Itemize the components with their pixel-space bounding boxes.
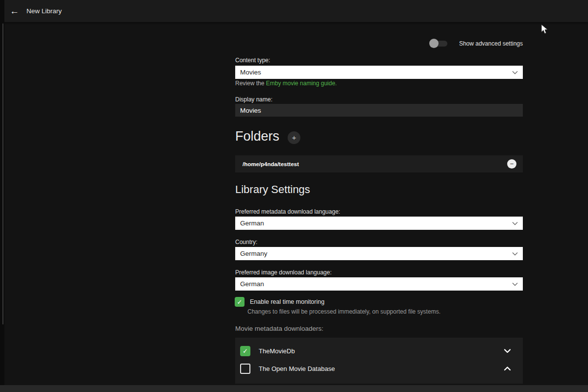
- advanced-settings-toggle[interactable]: [429, 39, 449, 48]
- header-bar: ← New Library: [0, 0, 588, 22]
- chevron-down-icon: [512, 252, 518, 256]
- realtime-monitoring-label: Enable real time monitoring: [250, 298, 324, 305]
- checkbox-checked-icon[interactable]: ✓: [240, 346, 250, 356]
- realtime-monitoring-description: Changes to files will be processed immed…: [247, 308, 441, 315]
- naming-guide-helper: Review the Emby movie naming guide.: [235, 80, 337, 87]
- chevron-down-icon[interactable]: [504, 349, 511, 353]
- page-title: New Library: [26, 7, 62, 15]
- new-library-page: ← New Library Show advanced settings Con…: [0, 0, 588, 392]
- folders-heading: Folders: [235, 129, 279, 144]
- metadata-downloaders-label: Movie metadata downloaders:: [235, 325, 323, 332]
- checkbox-unchecked-icon[interactable]: [240, 364, 250, 374]
- realtime-monitoring-checkbox-row[interactable]: ✓ Enable real time monitoring: [235, 297, 324, 307]
- content-type-label: Content type:: [235, 57, 270, 64]
- add-folder-button[interactable]: +: [288, 131, 300, 144]
- back-arrow-icon[interactable]: ←: [10, 6, 19, 16]
- metadata-language-value: German: [240, 220, 264, 227]
- image-language-select[interactable]: German: [235, 277, 523, 291]
- metadata-language-label: Preferred metadata download language:: [235, 208, 340, 215]
- chevron-down-icon: [512, 71, 518, 74]
- advanced-settings-label: Show advanced settings: [459, 40, 523, 47]
- folders-heading-row: Folders +: [235, 129, 300, 144]
- country-value: Germany: [240, 250, 268, 257]
- advanced-settings-row: Show advanced settings: [235, 39, 523, 48]
- country-label: Country:: [235, 239, 257, 245]
- content-type-select[interactable]: Movies: [235, 66, 523, 79]
- chevron-down-icon: [512, 221, 518, 225]
- toggle-knob: [429, 39, 439, 48]
- chevron-down-icon: [512, 282, 518, 286]
- downloader-row-omdb[interactable]: The Open Movie Database: [235, 360, 523, 377]
- image-language-label: Preferred image download language:: [235, 269, 332, 276]
- image-language-value: German: [240, 280, 264, 288]
- display-name-label: Display name:: [235, 96, 272, 103]
- folder-row: /home/p4nda/testtest −: [235, 155, 523, 172]
- downloader-name: TheMovieDb: [259, 347, 295, 355]
- downloader-row-themoviedb[interactable]: ✓ TheMovieDb: [235, 342, 523, 360]
- country-select[interactable]: Germany: [235, 247, 523, 260]
- window-edge: [0, 0, 4, 392]
- helper-prefix: Review the: [235, 80, 266, 87]
- display-name-input[interactable]: [235, 104, 523, 117]
- mouse-cursor: [541, 24, 549, 37]
- metadata-downloaders-panel: ✓ TheMovieDb The Open Movie Database: [235, 338, 523, 384]
- library-settings-heading: Library Settings: [235, 183, 310, 196]
- folder-path: /home/p4nda/testtest: [243, 161, 299, 167]
- downloader-name: The Open Movie Database: [259, 365, 335, 372]
- remove-folder-button[interactable]: −: [507, 159, 516, 169]
- metadata-language-select[interactable]: German: [235, 217, 523, 230]
- checkbox-checked-icon[interactable]: ✓: [235, 297, 245, 307]
- bottom-bar: [0, 385, 588, 392]
- scrollbar-thumb[interactable]: [2, 24, 3, 324]
- content-type-value: Movies: [240, 69, 261, 76]
- chevron-up-icon[interactable]: [504, 367, 511, 371]
- naming-guide-link[interactable]: Emby movie naming guide.: [266, 80, 337, 87]
